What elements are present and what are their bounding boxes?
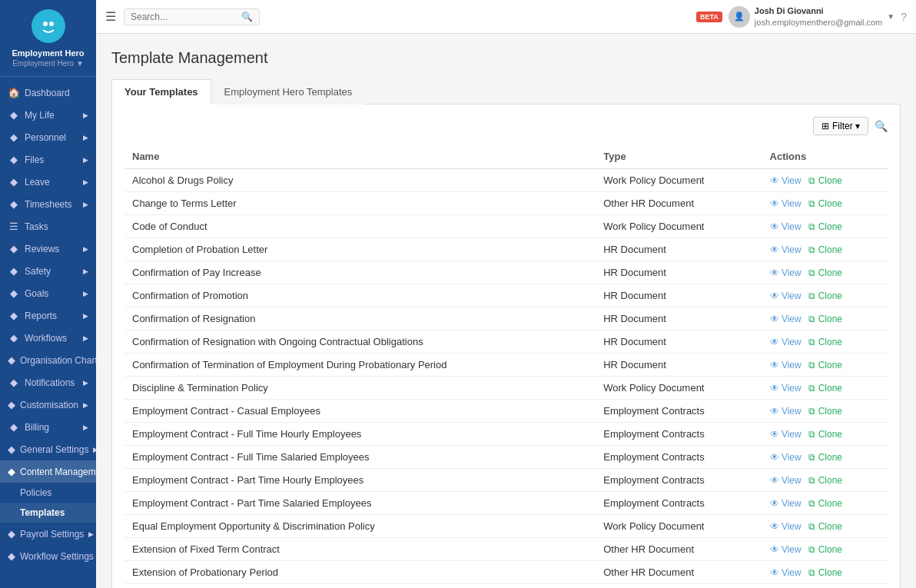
clone-link[interactable]: ⧉ Clone xyxy=(808,498,842,509)
help-icon[interactable]: ? xyxy=(901,11,907,23)
sidebar-item-payroll-settings[interactable]: ◆ Payroll Settings ▶ xyxy=(0,523,96,545)
table-search-icon[interactable]: 🔍 xyxy=(875,120,888,132)
company-sub: Employment Hero ▼ xyxy=(12,58,84,68)
sidebar-item-files[interactable]: ◆ Files ▶ xyxy=(0,148,96,171)
template-actions: 👁 View ⧉ Clone xyxy=(762,284,888,307)
clone-link[interactable]: ⧉ Clone xyxy=(808,429,842,440)
dashboard-icon: 🏠 xyxy=(8,87,20,98)
sidebar-item-workflows[interactable]: ◆ Workflows ▶ xyxy=(0,327,96,349)
sidebar-item-reviews[interactable]: ◆ Reviews ▶ xyxy=(0,238,96,260)
view-link[interactable]: 👁 View xyxy=(770,337,802,347)
col-actions: Actions xyxy=(762,145,888,169)
view-link[interactable]: 👁 View xyxy=(770,498,802,509)
view-link[interactable]: 👁 View xyxy=(770,521,802,532)
search-input[interactable] xyxy=(131,12,238,22)
sidebar-item-billing[interactable]: ◆ Billing ▶ xyxy=(0,416,96,438)
view-link[interactable]: 👁 View xyxy=(770,175,802,186)
template-type: Employment Contracts xyxy=(596,446,762,469)
sidebar-item-tasks[interactable]: ☰ Tasks xyxy=(0,215,96,238)
table-row: Employment Contract - Part Time Salaried… xyxy=(124,492,888,515)
sidebar-item-templates[interactable]: Templates xyxy=(0,503,96,523)
sidebar-item-policies[interactable]: Policies xyxy=(0,483,96,503)
sidebar-logo: Employment Hero Employment Hero ▼ xyxy=(0,0,96,77)
template-type: Work Policy Document xyxy=(596,584,762,589)
chevron-right-icon: ▶ xyxy=(83,334,88,342)
template-type: Work Policy Document xyxy=(596,515,762,538)
sidebar-item-reports[interactable]: ◆ Reports ▶ xyxy=(0,304,96,327)
clone-link[interactable]: ⧉ Clone xyxy=(808,175,842,186)
sidebar-company: Employment Hero Employment Hero ▼ xyxy=(12,48,84,68)
table-row: Completion of Probation Letter HR Docume… xyxy=(124,238,888,261)
clone-link[interactable]: ⧉ Clone xyxy=(808,291,842,301)
clone-link[interactable]: ⧉ Clone xyxy=(808,244,842,255)
view-link[interactable]: 👁 View xyxy=(770,291,802,301)
clone-link[interactable]: ⧉ Clone xyxy=(808,567,842,578)
sidebar-item-orgchart[interactable]: ◆ Organisation Chart xyxy=(0,349,96,371)
template-type: HR Document xyxy=(596,307,762,331)
clone-link[interactable]: ⧉ Clone xyxy=(808,337,842,347)
view-link[interactable]: 👁 View xyxy=(770,360,802,370)
clone-link[interactable]: ⧉ Clone xyxy=(808,521,842,532)
sidebar-item-timesheets[interactable]: ◆ Timesheets ▶ xyxy=(0,193,96,215)
clone-link[interactable]: ⧉ Clone xyxy=(808,452,842,463)
tab-your-templates[interactable]: Your Templates xyxy=(111,79,211,105)
tasks-icon: ☰ xyxy=(8,221,20,232)
view-link[interactable]: 👁 View xyxy=(770,406,802,417)
clone-link[interactable]: ⧉ Clone xyxy=(808,198,842,209)
view-link[interactable]: 👁 View xyxy=(770,452,802,463)
tab-employment-hero-templates[interactable]: Employment Hero Templates xyxy=(211,79,366,105)
view-link[interactable]: 👁 View xyxy=(770,198,802,209)
sidebar-item-dashboard[interactable]: 🏠 Dashboard xyxy=(0,81,96,104)
sidebar-item-mylife[interactable]: ◆ My Life ▶ xyxy=(0,104,96,126)
timesheets-icon: ◆ xyxy=(8,198,20,210)
sidebar-item-workflow-settings[interactable]: ◆ Workflow Settings ▶ xyxy=(0,545,96,567)
sidebar-item-general-settings[interactable]: ◆ General Settings ▶ xyxy=(0,438,96,460)
sidebar: Employment Hero Employment Hero ▼ 🏠 Dash… xyxy=(0,0,96,588)
clone-link[interactable]: ⧉ Clone xyxy=(808,383,842,394)
view-link[interactable]: 👁 View xyxy=(770,383,802,394)
template-type: Other HR Document xyxy=(596,192,762,215)
sidebar-item-content-management[interactable]: ◆ Content Management ▼ xyxy=(0,460,96,483)
clone-link[interactable]: ⧉ Clone xyxy=(808,406,842,417)
sidebar-item-notifications[interactable]: ◆ Notifications ▶ xyxy=(0,371,96,394)
sidebar-item-personnel[interactable]: ◆ Personnel ▶ xyxy=(0,126,96,148)
filter-button[interactable]: ⊞ Filter ▾ xyxy=(813,117,868,135)
sidebar-item-leave[interactable]: ◆ Leave ▶ xyxy=(0,171,96,193)
clone-link[interactable]: ⧉ Clone xyxy=(808,360,842,370)
chevron-right-icon: ▶ xyxy=(83,245,88,253)
clone-link[interactable]: ⧉ Clone xyxy=(808,267,842,278)
templates-table: Name Type Actions Alcohol & Drugs Policy… xyxy=(124,145,888,588)
view-link[interactable]: 👁 View xyxy=(770,429,802,440)
view-link[interactable]: 👁 View xyxy=(770,475,802,486)
template-name: Equal Employment Opportunity & Discrimin… xyxy=(124,515,596,538)
safety-icon: ◆ xyxy=(8,265,20,277)
clone-link[interactable]: ⧉ Clone xyxy=(808,314,842,324)
view-link[interactable]: 👁 View xyxy=(770,567,802,578)
chevron-right-icon: ▶ xyxy=(83,201,88,208)
template-actions: 👁 View ⧉ Clone xyxy=(762,354,888,377)
table-row: Confirmation of Promotion HR Document 👁 … xyxy=(124,284,888,307)
view-link[interactable]: 👁 View xyxy=(770,221,802,232)
clone-link[interactable]: ⧉ Clone xyxy=(808,544,842,555)
sidebar-item-goals[interactable]: ◆ Goals ▶ xyxy=(0,282,96,304)
svg-point-2 xyxy=(49,22,54,26)
workflow-settings-icon: ◆ xyxy=(8,550,15,562)
table-row: Confirmation of Pay Increase HR Document… xyxy=(124,261,888,284)
chevron-right-icon: ▶ xyxy=(83,424,88,431)
view-link[interactable]: 👁 View xyxy=(770,314,802,324)
sidebar-item-customisation[interactable]: ◆ Customisation ▶ xyxy=(0,394,96,416)
template-name: Alcohol & Drugs Policy xyxy=(124,169,596,192)
view-link[interactable]: 👁 View xyxy=(770,267,802,278)
hamburger-icon[interactable]: ☰ xyxy=(105,9,116,24)
sidebar-item-safety[interactable]: ◆ Safety ▶ xyxy=(0,260,96,282)
view-link[interactable]: 👁 View xyxy=(770,244,802,255)
view-link[interactable]: 👁 View xyxy=(770,544,802,555)
clone-link[interactable]: ⧉ Clone xyxy=(808,475,842,486)
logo-icon xyxy=(32,9,65,43)
template-actions: 👁 View ⧉ Clone xyxy=(762,331,888,354)
beta-badge: BETA xyxy=(696,12,722,22)
user-menu[interactable]: 👤 Josh Di Giovanni josh.employmenthero@g… xyxy=(728,5,894,28)
template-type: HR Document xyxy=(596,238,762,261)
clone-link[interactable]: ⧉ Clone xyxy=(808,221,842,232)
template-actions: 👁 View ⧉ Clone xyxy=(762,469,888,492)
